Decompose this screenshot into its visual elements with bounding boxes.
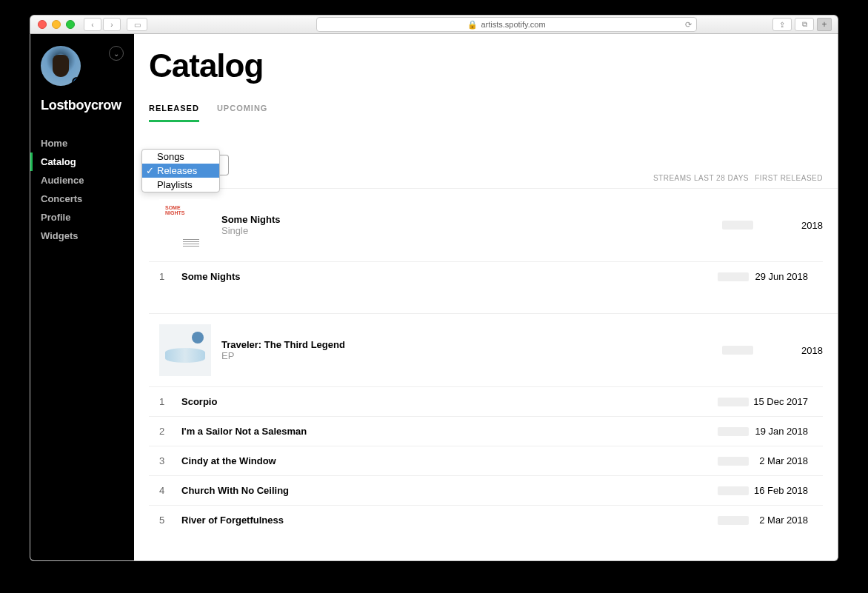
track-date: 2 Mar 2018 bbox=[749, 455, 823, 466]
track-number: 5 bbox=[159, 515, 181, 526]
zoom-window[interactable] bbox=[66, 20, 75, 29]
reload-icon[interactable]: ⟳ bbox=[685, 20, 692, 30]
track-number: 1 bbox=[159, 271, 181, 282]
track-row[interactable]: 2 I'm a Sailor Not a Salesman 19 Jan 201… bbox=[149, 416, 823, 446]
table-header: RELEASES STREAMS LAST 28 DAYS FIRST RELE… bbox=[149, 174, 838, 188]
column-streams: STREAMS LAST 28 DAYS bbox=[630, 174, 749, 182]
track-date: 15 Dec 2017 bbox=[749, 396, 823, 407]
artist-name: Lostboycrow bbox=[30, 86, 134, 134]
track-row[interactable]: 5 River of Forgetfulness 2 Mar 2018 bbox=[149, 505, 823, 535]
album-cover bbox=[159, 199, 211, 251]
share-button[interactable]: ⇪ bbox=[772, 18, 792, 31]
address-bar[interactable]: 🔒 artists.spotify.com ⟳ bbox=[316, 17, 697, 32]
streams-placeholder bbox=[718, 427, 749, 436]
track-number: 4 bbox=[159, 485, 181, 496]
release-year: 2018 bbox=[764, 220, 823, 231]
release-block: Some Nights Single 2018 1 Some Nights 29… bbox=[149, 188, 838, 291]
tab-released[interactable]: RELEASED bbox=[149, 104, 199, 122]
avatar[interactable]: ✓ bbox=[41, 46, 81, 86]
track-row[interactable]: 1 Scorpio 15 Dec 2017 bbox=[149, 386, 823, 416]
tabs-button[interactable]: ⧉ bbox=[795, 18, 814, 31]
streams-placeholder bbox=[718, 457, 749, 466]
track-date: 19 Jan 2018 bbox=[749, 426, 823, 437]
release-header[interactable]: Traveler: The Third Legend EP 2018 bbox=[149, 324, 823, 386]
sidebar-item-audience[interactable]: Audience bbox=[30, 171, 134, 190]
new-tab-button[interactable]: + bbox=[817, 18, 832, 31]
streams-placeholder bbox=[718, 486, 749, 495]
release-type: Single bbox=[221, 225, 712, 236]
track-number: 2 bbox=[159, 426, 181, 437]
track-row[interactable]: 1 Some Nights 29 Jun 2018 bbox=[149, 261, 823, 291]
browser-chrome: ‹ › ▭ 🔒 artists.spotify.com ⟳ ⇪ ⧉ + bbox=[30, 15, 838, 34]
track-date: 16 Feb 2018 bbox=[749, 485, 823, 496]
release-header[interactable]: Some Nights Single 2018 bbox=[149, 199, 823, 261]
track-date: 29 Jun 2018 bbox=[749, 271, 823, 282]
sidebar-toggle[interactable]: ▭ bbox=[127, 18, 147, 31]
dropdown-option-songs[interactable]: Songs bbox=[142, 150, 219, 164]
track-name: Some Nights bbox=[181, 271, 660, 282]
streams-placeholder bbox=[722, 221, 753, 230]
sidebar-item-home[interactable]: Home bbox=[30, 134, 134, 153]
release-type: EP bbox=[221, 350, 712, 361]
track-name: Cindy at the Window bbox=[181, 455, 660, 466]
track-number: 3 bbox=[159, 455, 181, 466]
track-name: I'm a Sailor Not a Salesman bbox=[181, 426, 660, 437]
tab-upcoming[interactable]: UPCOMING bbox=[217, 104, 268, 122]
page-title: Catalog bbox=[149, 47, 838, 84]
track-row[interactable]: 4 Church With No Ceiling 16 Feb 2018 bbox=[149, 475, 823, 505]
streams-placeholder bbox=[718, 398, 749, 406]
release-name: Traveler: The Third Legend bbox=[221, 339, 712, 350]
lock-icon: 🔒 bbox=[467, 20, 478, 30]
tabs: RELEASED UPCOMING bbox=[149, 104, 838, 122]
release-year: 2018 bbox=[764, 345, 823, 356]
track-number: 1 bbox=[159, 396, 181, 407]
column-first-released: FIRST RELEASED bbox=[749, 174, 823, 182]
dropdown-option-releases[interactable]: Releases bbox=[142, 164, 219, 178]
dropdown-option-playlists[interactable]: Playlists bbox=[142, 178, 219, 192]
traffic-lights bbox=[38, 20, 75, 29]
track-name: River of Forgetfulness bbox=[181, 515, 660, 526]
back-button[interactable]: ‹ bbox=[84, 18, 101, 31]
nav-list: Home Catalog Audience Concerts Profile W… bbox=[30, 134, 134, 245]
streams-placeholder bbox=[722, 346, 753, 355]
track-name: Church With No Ceiling bbox=[181, 485, 660, 496]
streams-placeholder bbox=[718, 272, 749, 281]
track-date: 2 Mar 2018 bbox=[749, 515, 823, 526]
column-releases: RELEASES bbox=[159, 174, 630, 182]
sidebar-item-catalog[interactable]: Catalog bbox=[30, 153, 134, 171]
release-block: Traveler: The Third Legend EP 2018 1 Sco… bbox=[149, 313, 838, 535]
forward-button[interactable]: › bbox=[103, 18, 121, 31]
album-cover bbox=[159, 324, 211, 376]
url-text: artists.spotify.com bbox=[481, 20, 545, 29]
dropdown-menu: Songs Releases Playlists bbox=[141, 149, 220, 192]
sidebar-item-widgets[interactable]: Widgets bbox=[30, 227, 134, 245]
release-name: Some Nights bbox=[221, 214, 712, 225]
track-name: Scorpio bbox=[181, 396, 660, 407]
main-content: Catalog RELEASED UPCOMING Songs Releases… bbox=[134, 34, 838, 560]
verified-badge-icon: ✓ bbox=[72, 77, 81, 86]
close-window[interactable] bbox=[38, 20, 47, 29]
chevron-down-icon[interactable]: ⌄ bbox=[109, 46, 124, 61]
track-row[interactable]: 3 Cindy at the Window 2 Mar 2018 bbox=[149, 446, 823, 475]
streams-placeholder bbox=[718, 516, 749, 525]
sidebar-item-profile[interactable]: Profile bbox=[30, 208, 134, 227]
app-window: ✓ ⌄ Lostboycrow Home Catalog Audience Co… bbox=[30, 34, 838, 561]
minimize-window[interactable] bbox=[52, 20, 61, 29]
sidebar: ✓ ⌄ Lostboycrow Home Catalog Audience Co… bbox=[30, 34, 134, 560]
sidebar-item-concerts[interactable]: Concerts bbox=[30, 190, 134, 208]
